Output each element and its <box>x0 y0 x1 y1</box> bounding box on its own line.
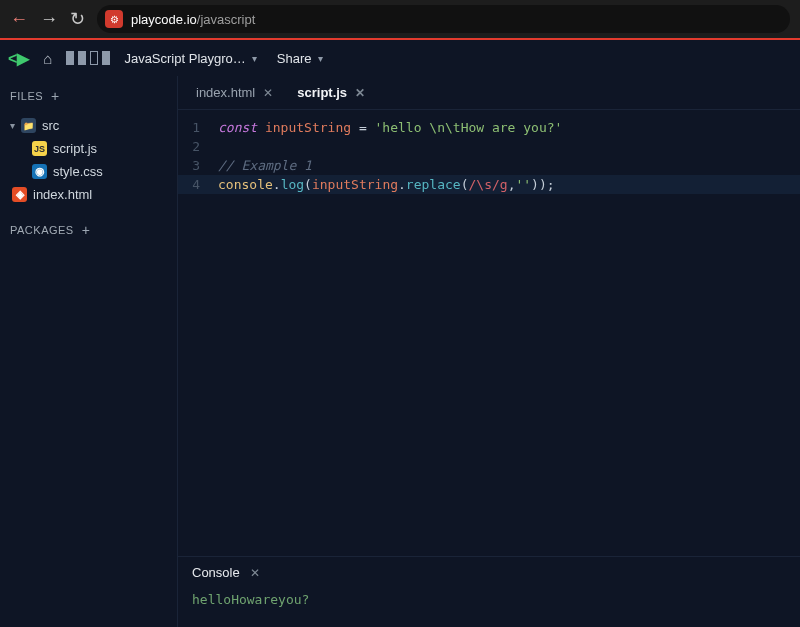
console-title: Console <box>192 565 240 580</box>
files-header: FILES + <box>0 80 177 112</box>
line-number: 4 <box>178 175 218 194</box>
share-label: Share <box>277 51 312 66</box>
url-text: playcode.io/javascript <box>131 12 255 27</box>
code-editor[interactable]: 1 const inputString = 'hello \n\tHow are… <box>178 110 800 556</box>
code-tokens: // Example 1 <box>218 156 312 175</box>
add-file-icon[interactable]: + <box>51 88 60 104</box>
code-tokens: console.log(inputString.replace(/\s/g,''… <box>218 175 555 194</box>
tab-index-html[interactable]: index.html ✕ <box>186 76 283 109</box>
app-logo-icon[interactable]: <▶ <box>8 49 29 68</box>
css-file-icon: ◉ <box>32 164 47 179</box>
file-label: index.html <box>33 187 92 202</box>
project-dropdown[interactable]: JavaScript Playgro… ▾ <box>124 51 256 66</box>
packages-header: PACKAGES + <box>0 214 177 246</box>
sidebar: FILES + ▾ 📁 src JS script.js ◉ style.css… <box>0 76 178 627</box>
url-host: playcode.io <box>131 12 197 27</box>
share-dropdown[interactable]: Share ▾ <box>277 51 323 66</box>
add-package-icon[interactable]: + <box>82 222 91 238</box>
tab-label: script.js <box>297 85 347 100</box>
url-path: /javascript <box>197 12 256 27</box>
line-number: 1 <box>178 118 218 137</box>
code-tokens: const inputString = 'hello \n\tHow are y… <box>218 118 562 137</box>
tree-folder-src[interactable]: ▾ 📁 src <box>0 114 177 137</box>
home-icon[interactable]: ⌂ <box>43 50 52 67</box>
code-line: 2 <box>178 137 800 156</box>
line-number: 2 <box>178 137 218 156</box>
console-header: Console ✕ <box>178 557 800 588</box>
chevron-down-icon: ▾ <box>10 120 15 131</box>
layout-pane-icon <box>90 51 98 65</box>
browser-chrome: ← → ↻ ⚙ playcode.io/javascript <box>0 0 800 40</box>
code-line: 3 // Example 1 <box>178 156 800 175</box>
chevron-down-icon: ▾ <box>318 53 323 64</box>
tab-label: index.html <box>196 85 255 100</box>
project-label: JavaScript Playgro… <box>124 51 245 66</box>
packages-header-label: PACKAGES <box>10 224 74 236</box>
js-file-icon: JS <box>32 141 47 156</box>
main-layout: FILES + ▾ 📁 src JS script.js ◉ style.css… <box>0 76 800 627</box>
close-console-icon[interactable]: ✕ <box>250 566 260 580</box>
code-line: 4 console.log(inputString.replace(/\s/g,… <box>178 175 800 194</box>
code-line: 1 const inputString = 'hello \n\tHow are… <box>178 118 800 137</box>
back-icon[interactable]: ← <box>10 9 28 30</box>
file-label: script.js <box>53 141 97 156</box>
files-header-label: FILES <box>10 90 43 102</box>
site-badge-icon: ⚙ <box>105 10 123 28</box>
layout-pane-icon <box>78 51 86 65</box>
file-tree: ▾ 📁 src JS script.js ◉ style.css ◈ index… <box>0 112 177 208</box>
tree-file-stylecss[interactable]: ◉ style.css <box>0 160 177 183</box>
tree-file-indexhtml[interactable]: ◈ index.html <box>0 183 177 206</box>
html-file-icon: ◈ <box>12 187 27 202</box>
layout-pane-icon <box>102 51 110 65</box>
console-output: helloHowareyou? <box>178 588 800 627</box>
app-toolbar: <▶ ⌂ JavaScript Playgro… ▾ Share ▾ <box>0 40 800 76</box>
close-tab-icon[interactable]: ✕ <box>263 86 273 100</box>
folder-label: src <box>42 118 59 133</box>
chevron-down-icon: ▾ <box>252 53 257 64</box>
layout-toggle[interactable] <box>66 51 110 65</box>
forward-icon[interactable]: → <box>40 9 58 30</box>
tree-file-scriptjs[interactable]: JS script.js <box>0 137 177 160</box>
folder-icon: 📁 <box>21 118 36 133</box>
url-bar[interactable]: ⚙ playcode.io/javascript <box>97 5 790 33</box>
console-panel: Console ✕ helloHowareyou? <box>178 556 800 627</box>
editor-tabs: index.html ✕ script.js ✕ <box>178 76 800 110</box>
layout-pane-icon <box>66 51 74 65</box>
close-tab-icon[interactable]: ✕ <box>355 86 365 100</box>
file-label: style.css <box>53 164 103 179</box>
line-number: 3 <box>178 156 218 175</box>
tab-script-js[interactable]: script.js ✕ <box>287 76 375 109</box>
editor-area: index.html ✕ script.js ✕ 1 const inputSt… <box>178 76 800 627</box>
reload-icon[interactable]: ↻ <box>70 8 85 30</box>
